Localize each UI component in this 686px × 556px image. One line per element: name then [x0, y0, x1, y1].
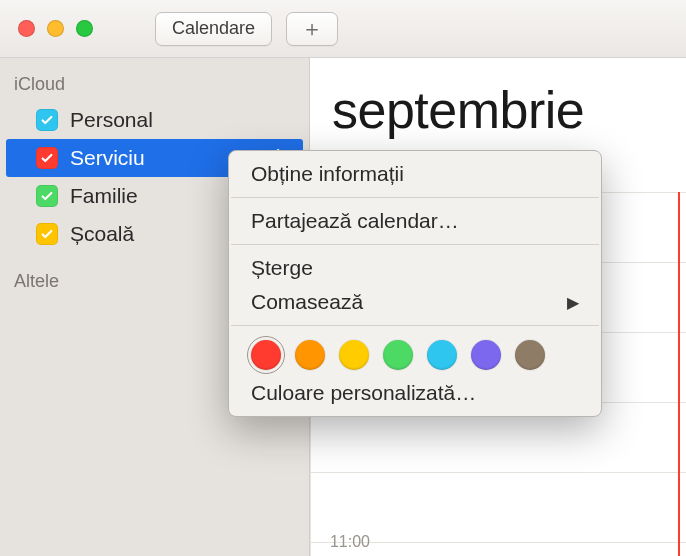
color-swatch-blue[interactable] — [427, 340, 457, 370]
menu-item-label: Culoare personalizată… — [251, 381, 476, 405]
menu-item-label: Partajează calendar… — [251, 209, 459, 233]
color-swatch-purple[interactable] — [471, 340, 501, 370]
menu-separator — [231, 244, 599, 245]
sidebar-group-icloud: iCloud — [0, 70, 309, 101]
titlebar: Calendare ＋ — [0, 0, 686, 58]
color-swatch-yellow[interactable] — [339, 340, 369, 370]
calendars-button[interactable]: Calendare — [155, 12, 272, 46]
calendar-label: Școală — [70, 222, 134, 246]
calendars-button-label: Calendare — [172, 18, 255, 39]
add-button[interactable]: ＋ — [286, 12, 338, 46]
window-controls — [18, 20, 93, 37]
color-swatch-red[interactable] — [251, 340, 281, 370]
checkbox-icon[interactable] — [36, 185, 58, 207]
checkbox-icon[interactable] — [36, 109, 58, 131]
menu-custom-color[interactable]: Culoare personalizată… — [229, 376, 601, 410]
menu-separator — [231, 325, 599, 326]
calendar-label: Familie — [70, 184, 138, 208]
zoom-icon[interactable] — [76, 20, 93, 37]
color-swatch-row — [229, 332, 601, 376]
minimize-icon[interactable] — [47, 20, 64, 37]
grid-line — [310, 472, 686, 473]
month-title: septembrie — [310, 58, 686, 140]
menu-item-label: Comasează — [251, 290, 363, 314]
plus-icon: ＋ — [301, 14, 323, 44]
menu-item-label: Șterge — [251, 256, 313, 280]
close-icon[interactable] — [18, 20, 35, 37]
menu-separator — [231, 197, 599, 198]
calendar-label: Serviciu — [70, 146, 145, 170]
color-swatch-orange[interactable] — [295, 340, 325, 370]
calendar-label: Personal — [70, 108, 153, 132]
current-time-indicator — [678, 192, 680, 556]
calendar-item-personal[interactable]: Personal — [0, 101, 309, 139]
color-swatch-brown[interactable] — [515, 340, 545, 370]
app-window: Calendare ＋ iCloud Personal Servici — [0, 0, 686, 556]
time-label: 11:00 — [310, 533, 380, 551]
menu-delete[interactable]: Șterge — [229, 251, 601, 285]
checkbox-icon[interactable] — [36, 147, 58, 169]
menu-share-calendar[interactable]: Partajează calendar… — [229, 204, 601, 238]
chevron-right-icon: ▶ — [567, 293, 579, 312]
checkbox-icon[interactable] — [36, 223, 58, 245]
menu-item-label: Obține informații — [251, 162, 404, 186]
menu-merge[interactable]: Comasează ▶ — [229, 285, 601, 319]
context-menu: Obține informații Partajează calendar… Ș… — [228, 150, 602, 417]
color-swatch-green[interactable] — [383, 340, 413, 370]
menu-get-info[interactable]: Obține informații — [229, 157, 601, 191]
